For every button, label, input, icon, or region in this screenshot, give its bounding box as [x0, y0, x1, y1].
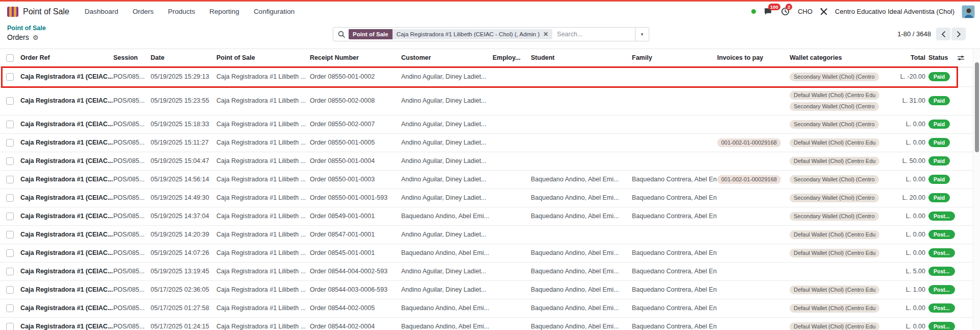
- wallets-cell: Secondary Wallet (Chol) (Centro: [790, 170, 888, 188]
- select-all-checkbox[interactable]: [6, 54, 14, 62]
- pos-orders-page: Point of Sale Dashboard Orders Products …: [0, 0, 980, 330]
- breadcrumb[interactable]: Point of Sale: [7, 25, 46, 32]
- column-header-student[interactable]: Student: [531, 49, 632, 67]
- table-row[interactable]: Caja Registradora #1 (CEIAC... POS/085..…: [0, 207, 973, 225]
- row-checkbox[interactable]: [6, 194, 14, 202]
- column-header-session[interactable]: Session: [113, 49, 151, 67]
- table-row[interactable]: Caja Registradora #1 (CEIAC... POS/085..…: [0, 225, 973, 244]
- table-row[interactable]: Caja Registradora #1 (CEIAC... POS/085..…: [0, 133, 973, 152]
- row-checkbox[interactable]: [6, 73, 14, 81]
- row-checkbox[interactable]: [6, 231, 14, 239]
- table-row[interactable]: Caja Registradora #1 (CEIAC... POS/085..…: [0, 188, 973, 207]
- column-header-invoices[interactable]: Invoices to pay: [717, 49, 790, 67]
- student-cell: Baquedano Andino, Abel Emi...: [531, 244, 632, 262]
- pager-previous-button[interactable]: [936, 28, 950, 40]
- total-cell: L. 0.00: [888, 207, 928, 225]
- column-header-family[interactable]: Family: [632, 49, 717, 67]
- row-checkbox[interactable]: [6, 323, 14, 330]
- column-header-wallets[interactable]: Wallet categories: [790, 49, 888, 67]
- family-cell: [632, 152, 717, 170]
- table-row[interactable]: Caja Registradora #1 (CEIAC... POS/085..…: [0, 67, 973, 86]
- gear-icon[interactable]: ⚙: [33, 34, 39, 41]
- menu-configuration[interactable]: Configuration: [248, 5, 301, 18]
- scrollbar-thumb[interactable]: [975, 62, 979, 152]
- column-header-status[interactable]: Status: [928, 49, 957, 67]
- table-row[interactable]: Caja Registradora #1 (CEIAC... POS/085..…: [0, 86, 973, 115]
- student-cell: [531, 152, 632, 170]
- activities-button[interactable]: 2: [780, 7, 791, 17]
- status-badge: Paid: [928, 175, 950, 184]
- column-header-customer[interactable]: Customer: [401, 49, 493, 67]
- row-checkbox[interactable]: [6, 213, 14, 220]
- table-row[interactable]: Caja Registradora #1 (CEIAC... POS/085..…: [0, 317, 973, 330]
- order-ref-cell: Caja Registradora #1 (CEIAC...: [20, 299, 113, 317]
- invoices-cell: [717, 262, 790, 280]
- status-badge: Post...: [928, 285, 955, 294]
- pos-cell: Caja Registradora #1 Lilibeth ...: [216, 280, 310, 299]
- messages-button[interactable]: 100: [763, 7, 773, 17]
- column-header-date[interactable]: Date: [151, 49, 216, 67]
- receipt-cell: Order 08550-001-0001-593: [310, 188, 401, 207]
- session-cell: POS/085...: [113, 280, 151, 299]
- table-row[interactable]: Caja Registradora #1 (CEIAC... POS/085..…: [0, 244, 973, 262]
- app-name: Point of Sale: [23, 7, 69, 16]
- column-header-order-ref[interactable]: Order Ref: [20, 49, 113, 67]
- column-header-total[interactable]: Total: [888, 49, 928, 67]
- wallet-tag: Secondary Wallet (Chol) (Centro: [790, 194, 879, 202]
- employee-cell: [493, 299, 531, 317]
- column-header-employee[interactable]: Employ...: [493, 49, 531, 67]
- receipt-cell: Order 08550-002-0007: [310, 115, 401, 133]
- total-cell: L. 0.00: [888, 299, 928, 317]
- column-header-receipt[interactable]: Receipt Number: [310, 49, 401, 67]
- pos-cell: Caja Registradora #1 Lilibeth ...: [216, 225, 310, 244]
- adjust-columns-icon[interactable]: [957, 55, 973, 61]
- search-input[interactable]: Search...: [557, 31, 635, 38]
- family-cell: [632, 133, 717, 152]
- student-cell: Baquedano Andino, Abel Emi...: [531, 317, 632, 330]
- vertical-scrollbar[interactable]: [973, 49, 980, 330]
- row-checkbox[interactable]: [6, 139, 14, 147]
- wallets-cell: Defaul Wallet (Chol) (Centro Edu: [790, 280, 888, 299]
- wallet-tag: Defaul Wallet (Chol) (Centro Edu: [790, 230, 879, 239]
- row-checkbox[interactable]: [6, 176, 14, 183]
- row-checkbox[interactable]: [6, 121, 14, 128]
- row-checkbox[interactable]: [6, 97, 14, 105]
- pager-next-button[interactable]: [951, 28, 966, 40]
- search-bar[interactable]: Point of Sale Caja Registradora #1 Lilib…: [333, 27, 649, 41]
- family-cell: Baquedano Contrera, Abel En...: [632, 207, 717, 225]
- row-checkbox[interactable]: [6, 286, 14, 294]
- search-dropdown-toggle[interactable]: ▼: [635, 28, 649, 41]
- wallets-cell: Secondary Wallet (Chol) (Centro: [790, 115, 888, 133]
- user-avatar[interactable]: [962, 5, 975, 18]
- date-cell: 05/19/2025 15:23:55: [151, 86, 216, 115]
- search-facet: Point of Sale Caja Registradora #1 Lilib…: [349, 29, 552, 39]
- invoices-cell: [717, 188, 790, 207]
- column-header-pos[interactable]: Point of Sale: [216, 49, 310, 67]
- table-row[interactable]: Caja Registradora #1 (CEIAC... POS/085..…: [0, 262, 973, 280]
- company-code[interactable]: CHO: [798, 8, 813, 15]
- menu-dashboard[interactable]: Dashboard: [79, 5, 125, 18]
- table-row[interactable]: Caja Registradora #1 (CEIAC... POS/085..…: [0, 152, 973, 170]
- facet-remove-icon[interactable]: ✕: [543, 31, 548, 38]
- status-cell: Post...: [928, 262, 957, 280]
- customer-cell: Andino Aguilar, Diney Ladiet...: [401, 170, 493, 188]
- menu-products[interactable]: Products: [162, 5, 201, 18]
- customer-cell: Andino Aguilar, Diney Ladiet...: [401, 133, 493, 152]
- table-row[interactable]: Caja Registradora #1 (CEIAC... POS/085..…: [0, 280, 973, 299]
- order-ref-cell: Caja Registradora #1 (CEIAC...: [20, 152, 113, 170]
- session-cell: POS/085...: [113, 317, 151, 330]
- debug-tools-button[interactable]: [820, 8, 828, 16]
- table-row[interactable]: Caja Registradora #1 (CEIAC... POS/085..…: [0, 115, 973, 133]
- date-cell: 05/17/2025 01:27:58: [151, 299, 216, 317]
- table-row[interactable]: Caja Registradora #1 (CEIAC... POS/085..…: [0, 170, 973, 188]
- app-brand[interactable]: Point of Sale: [7, 7, 69, 17]
- row-checkbox[interactable]: [6, 249, 14, 257]
- table-row[interactable]: Caja Registradora #1 (CEIAC... POS/085..…: [0, 299, 973, 317]
- menu-reporting[interactable]: Reporting: [203, 5, 246, 18]
- row-checkbox[interactable]: [6, 268, 14, 275]
- row-checkbox[interactable]: [6, 304, 14, 312]
- menu-orders[interactable]: Orders: [127, 5, 160, 18]
- row-checkbox[interactable]: [6, 157, 14, 165]
- customer-cell: Andino Aguilar, Diney Ladiet...: [401, 67, 493, 86]
- company-name[interactable]: Centro Educativo Ideal Adventista (Chol): [835, 8, 954, 15]
